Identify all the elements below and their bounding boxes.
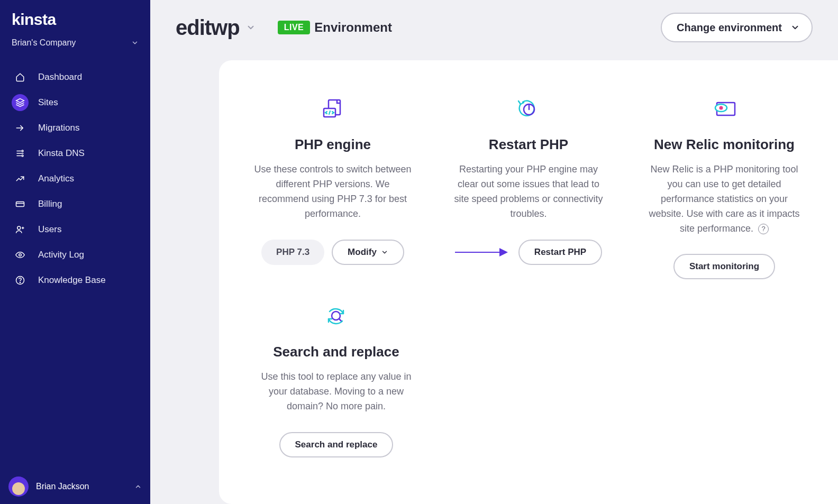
modify-php-button[interactable]: Modify: [332, 240, 404, 265]
brand-text: KINSTA: [12, 11, 139, 29]
main: editwp LIVE Environment Change environme…: [150, 0, 838, 504]
info-icon[interactable]: ?: [758, 224, 769, 234]
change-environment-button[interactable]: Change environment: [661, 13, 813, 42]
company-switcher[interactable]: Brian's Company: [0, 34, 150, 59]
card-description: Use these controls to switch between dif…: [254, 162, 412, 222]
brand-logo: KINSTA: [0, 0, 150, 34]
chevron-up-icon: [134, 483, 142, 490]
sidebar: KINSTA Brian's Company Dashboard Sites: [0, 0, 150, 504]
card-title: Search and replace: [273, 344, 399, 360]
sidebar-item-dns[interactable]: Kinsta DNS: [0, 141, 150, 166]
nav-label: Knowledge Base: [38, 275, 106, 286]
site-title: editwp: [176, 16, 240, 40]
user-menu[interactable]: Brian Jackson: [0, 469, 150, 504]
restart-php-button[interactable]: Restart PHP: [518, 240, 602, 265]
live-badge: LIVE: [278, 21, 311, 34]
sidebar-item-migrations[interactable]: Migrations: [0, 115, 150, 141]
nav-label: Dashboard: [38, 72, 82, 83]
change-environment-label: Change environment: [677, 22, 782, 34]
company-name: Brian's Company: [12, 38, 76, 48]
sidebar-nav: Dashboard Sites Migrations Kinsta DNS: [0, 59, 150, 293]
monitoring-icon: [712, 97, 737, 122]
php-file-icon: [321, 97, 345, 122]
svg-point-8: [19, 254, 22, 256]
card-description: Use this tool to replace any value in yo…: [254, 370, 418, 414]
search-replace-label: Search and replace: [295, 439, 378, 450]
nav-label: Billing: [38, 199, 62, 209]
chevron-down-icon: [381, 249, 388, 256]
php-version-badge: PHP 7.3: [261, 240, 324, 265]
sidebar-item-analytics[interactable]: Analytics: [0, 166, 150, 191]
svg-marker-0: [16, 99, 24, 103]
nav-label: Activity Log: [38, 250, 84, 260]
environment-label: Environment: [314, 20, 392, 35]
home-icon: [12, 69, 29, 86]
svg-rect-3: [16, 202, 24, 207]
billing-icon: [12, 196, 29, 213]
sidebar-item-dashboard[interactable]: Dashboard: [0, 65, 150, 90]
nav-label: Sites: [38, 97, 58, 108]
nav-label: Users: [38, 224, 61, 235]
svg-point-10: [20, 282, 20, 283]
php-engine-card: PHP engine Use these controls to switch …: [240, 97, 425, 279]
sidebar-item-billing[interactable]: Billing: [0, 191, 150, 217]
svg-point-5: [17, 226, 21, 230]
nav-label: Migrations: [38, 123, 79, 133]
site-switcher[interactable]: editwp: [176, 16, 256, 40]
header: editwp LIVE Environment Change environme…: [150, 0, 838, 55]
sidebar-item-kb[interactable]: Knowledge Base: [0, 268, 150, 293]
card-description: New Relic is a PHP monitoring tool you c…: [645, 162, 803, 236]
svg-point-17: [719, 106, 723, 110]
sidebar-item-activity[interactable]: Activity Log: [0, 242, 150, 268]
chevron-down-icon: [790, 23, 800, 32]
nav-label: Analytics: [38, 173, 74, 184]
start-monitoring-label: Start monitoring: [689, 261, 759, 272]
chevron-down-icon: [131, 39, 139, 47]
start-monitoring-button[interactable]: Start monitoring: [673, 254, 775, 279]
sidebar-item-users[interactable]: Users: [0, 217, 150, 242]
sidebar-item-sites[interactable]: Sites: [0, 90, 150, 115]
svg-point-1: [22, 150, 23, 152]
modify-label: Modify: [348, 247, 377, 258]
arrow-annotation-icon: [455, 252, 507, 253]
eye-icon: [12, 246, 29, 263]
users-icon: [12, 221, 29, 238]
restart-icon: [517, 97, 540, 122]
migration-icon: [12, 120, 29, 136]
restart-php-label: Restart PHP: [534, 247, 586, 258]
dns-icon: [12, 145, 29, 162]
chevron-down-icon: [246, 23, 256, 32]
card-title: New Relic monitoring: [654, 136, 795, 153]
layers-icon: [12, 94, 29, 111]
help-icon: [12, 272, 29, 289]
search-replace-icon: [324, 305, 348, 329]
nav-label: Kinsta DNS: [38, 148, 85, 159]
svg-point-2: [22, 155, 23, 157]
restart-php-card: Restart PHP Restarting your PHP engine m…: [436, 97, 621, 279]
user-name: Brian Jackson: [36, 482, 127, 491]
card-title: PHP engine: [295, 136, 371, 153]
analytics-icon: [12, 170, 29, 187]
search-replace-card: Search and replace Use this tool to repl…: [240, 305, 432, 457]
new-relic-card: New Relic monitoring New Relic is a PHP …: [632, 97, 817, 279]
card-title: Restart PHP: [489, 136, 568, 153]
card-description: Restarting your PHP engine may clear out…: [450, 162, 607, 222]
avatar: [8, 476, 29, 497]
search-replace-button[interactable]: Search and replace: [279, 432, 394, 457]
tools-panel: PHP engine Use these controls to switch …: [219, 60, 838, 504]
